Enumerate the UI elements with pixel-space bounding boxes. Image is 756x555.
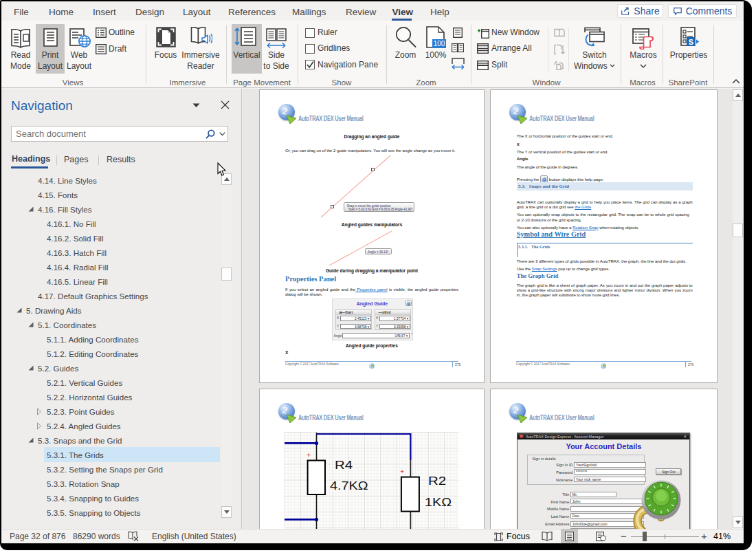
svg-text:S: S (689, 38, 693, 46)
